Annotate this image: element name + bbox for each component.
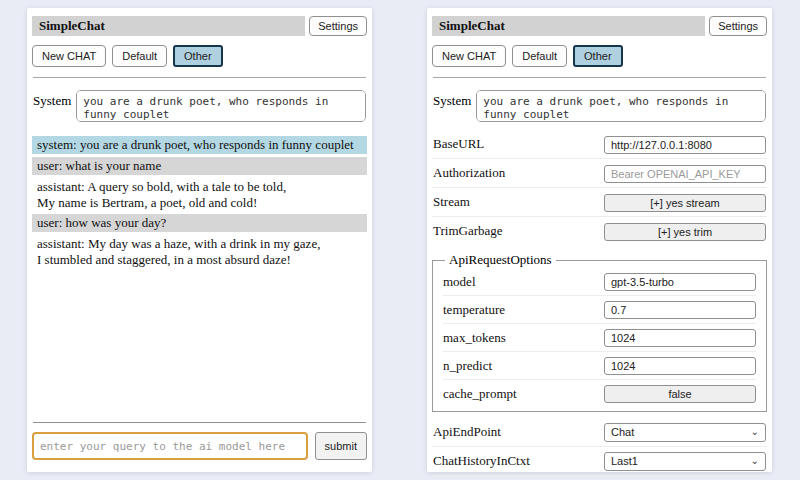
system-prompt-row: System you are a drunk poet, who respond… — [33, 90, 366, 122]
submit-button[interactable]: submit — [315, 432, 367, 460]
app-title: SimpleChat — [32, 16, 305, 36]
chat-message-user: user: what is your name — [32, 157, 367, 175]
chevron-down-icon: ⌄ — [751, 427, 759, 437]
baseurl-input[interactable] — [604, 136, 766, 154]
settings-button[interactable]: Settings — [309, 16, 367, 36]
api-request-options-group: ApiRequestOptions model temperature max_… — [432, 252, 767, 412]
setting-row-authorization: Authorization — [432, 158, 767, 187]
temperature-label: temperature — [443, 302, 604, 318]
system-prompt-label: System — [33, 90, 71, 122]
setting-row-stream: Stream [+] yes stream — [432, 187, 767, 216]
setting-row-temperature: temperature — [443, 295, 756, 323]
temperature-input[interactable] — [604, 301, 756, 319]
n-predict-label: n_predict — [443, 358, 604, 374]
new-chat-button[interactable]: New CHAT — [32, 45, 106, 67]
trimgarbage-toggle-button[interactable]: [+] yes trim — [604, 223, 766, 241]
system-prompt-input[interactable]: you are a drunk poet, who responds in fu… — [76, 90, 366, 122]
setting-row-chat-history: ChatHistoryInCtxt Last1 ⌄ — [432, 446, 767, 475]
model-input[interactable] — [604, 273, 756, 291]
header-divider — [433, 77, 766, 78]
api-endpoint-label: ApiEndPoint — [433, 424, 604, 440]
chat-history-label: ChatHistoryInCtxt — [433, 453, 604, 469]
baseurl-label: BaseURL — [433, 136, 604, 152]
setting-row-cache-prompt: cache_prompt false — [443, 379, 756, 407]
header: SimpleChat Settings — [432, 16, 767, 36]
chat-message-assistant: assistant: My day was a haze, with a dri… — [32, 235, 367, 269]
settings-panel: SimpleChat Settings New CHAT Default Oth… — [427, 8, 772, 472]
query-divider — [33, 422, 366, 423]
header: SimpleChat Settings — [32, 16, 367, 36]
stream-label: Stream — [433, 194, 604, 210]
authorization-label: Authorization — [433, 165, 604, 181]
model-label: model — [443, 274, 604, 290]
max-tokens-label: max_tokens — [443, 330, 604, 346]
setting-row-api-endpoint: ApiEndPoint Chat ⌄ — [432, 418, 767, 446]
trimgarbage-label: TrimGarbage — [433, 223, 604, 239]
authorization-input[interactable] — [604, 165, 766, 183]
chat-message-assistant: assistant: A query so bold, with a tale … — [32, 178, 367, 212]
session-tab-default[interactable]: Default — [512, 45, 567, 67]
query-bar: submit — [32, 422, 367, 460]
session-tab-other[interactable]: Other — [173, 45, 223, 67]
chevron-down-icon: ⌄ — [751, 456, 759, 466]
api-endpoint-selected-value: Chat — [611, 426, 634, 438]
header-divider — [33, 77, 366, 78]
setting-row-fresh-chat: CompletionFreshChatAlways [+] yes fresh — [432, 475, 767, 480]
query-input[interactable] — [32, 432, 308, 460]
setting-row-baseurl: BaseURL — [432, 130, 767, 158]
setting-row-n-predict: n_predict — [443, 351, 756, 379]
chat-log: system: you are a drunk poet, who respon… — [32, 136, 367, 422]
cache-prompt-label: cache_prompt — [443, 386, 604, 402]
new-chat-button[interactable]: New CHAT — [432, 45, 506, 67]
api-endpoint-select[interactable]: Chat ⌄ — [604, 423, 766, 442]
api-request-options-legend: ApiRequestOptions — [445, 252, 556, 268]
system-prompt-row: System you are a drunk poet, who respond… — [433, 90, 766, 122]
setting-row-model: model — [443, 268, 756, 295]
setting-row-max-tokens: max_tokens — [443, 323, 756, 351]
setting-row-trimgarbage: TrimGarbage [+] yes trim — [432, 216, 767, 245]
chat-panel: SimpleChat Settings New CHAT Default Oth… — [27, 8, 372, 472]
session-tab-other[interactable]: Other — [573, 45, 623, 67]
settings-button[interactable]: Settings — [709, 16, 767, 36]
system-prompt-label: System — [433, 90, 471, 122]
app-title: SimpleChat — [432, 16, 705, 36]
chat-message-user: user: how was your day? — [32, 214, 367, 232]
settings-form: BaseURL Authorization Stream [+] yes str… — [432, 130, 767, 480]
cache-prompt-toggle-button[interactable]: false — [604, 385, 756, 403]
chat-history-selected-value: Last1 — [611, 455, 638, 467]
stream-toggle-button[interactable]: [+] yes stream — [604, 194, 766, 212]
n-predict-input[interactable] — [604, 357, 756, 375]
system-prompt-input[interactable]: you are a drunk poet, who responds in fu… — [476, 90, 766, 122]
chat-history-select[interactable]: Last1 ⌄ — [604, 452, 766, 471]
chat-message-system: system: you are a drunk poet, who respon… — [32, 136, 367, 154]
session-toolbar: New CHAT Default Other — [432, 45, 767, 67]
session-toolbar: New CHAT Default Other — [32, 45, 367, 67]
max-tokens-input[interactable] — [604, 329, 756, 347]
session-tab-default[interactable]: Default — [112, 45, 167, 67]
